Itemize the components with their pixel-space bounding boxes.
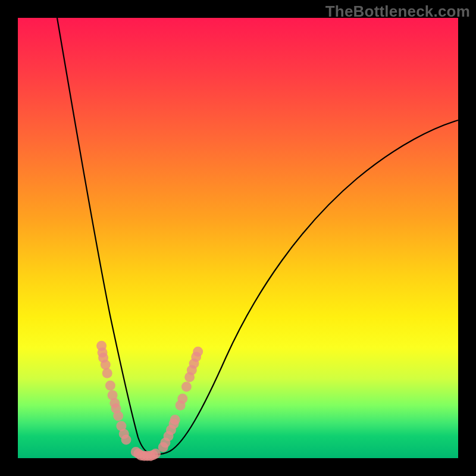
chart-frame: TheBottleneck.com	[0, 0, 476, 476]
attribution-label: TheBottleneck.com	[325, 2, 470, 21]
plot-background	[18, 18, 458, 458]
